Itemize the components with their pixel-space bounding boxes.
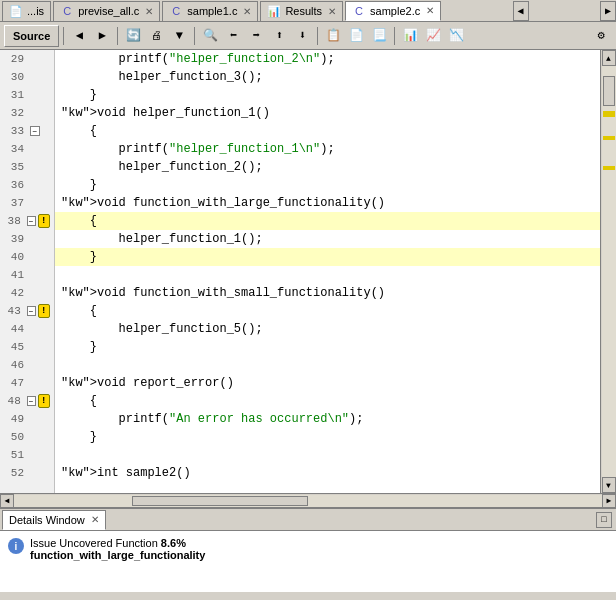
code-line: {: [55, 302, 600, 320]
toolbar-chart-btn3[interactable]: 📉: [445, 25, 467, 47]
expand-button[interactable]: −: [27, 216, 36, 226]
line-margin: 2930313233−3435363738−!3940414243−!44454…: [0, 50, 55, 493]
line-number: 45: [0, 341, 28, 353]
toolbar-arrow-left-btn[interactable]: ⬅: [222, 25, 244, 47]
toolbar-print-btn[interactable]: 🖨: [145, 25, 167, 47]
line-number: 52: [0, 467, 28, 479]
tab-ellipsis-label: ...is: [27, 5, 44, 17]
issue-details: Issue Uncovered Function 8.6% function_w…: [30, 537, 205, 561]
margin-row: 44: [0, 320, 54, 338]
margin-row: 32: [0, 104, 54, 122]
v-scroll-down[interactable]: ▼: [602, 477, 616, 493]
line-number: 38: [0, 215, 25, 227]
toolbar-view-btn1[interactable]: 📋: [322, 25, 344, 47]
issue-type-label: Issue Uncovered Function: [30, 537, 158, 549]
toolbar-dropdown-btn[interactable]: ▼: [168, 25, 190, 47]
toolbar-arrow-up-btn[interactable]: ⬆: [268, 25, 290, 47]
toolbar-separator-3: [194, 27, 195, 45]
tab-sample2[interactable]: C sample2.c ✕: [345, 1, 441, 21]
v-scrollbar: ▲ ▼: [600, 50, 616, 493]
info-icon: i: [8, 538, 24, 554]
margin-row: 35: [0, 158, 54, 176]
code-line: printf("An error has occurred\n");: [55, 410, 600, 428]
toolbar-chart-group: 📊 📈 📉: [399, 25, 467, 47]
toolbar-settings-btn[interactable]: ⚙: [590, 25, 612, 47]
toolbar: Source ◀ ▶ 🔄 🖨 ▼ 🔍 ⬅ ➡ ⬆ ⬇ 📋 📄 📃 📊 📈 📉 ⚙: [0, 22, 616, 50]
toolbar-forward-btn[interactable]: ▶: [91, 25, 113, 47]
toolbar-zoom-btn[interactable]: 🔍: [199, 25, 221, 47]
margin-row: 41: [0, 266, 54, 284]
tab-sample1-label: sample1.c: [187, 5, 237, 17]
file-icon: 📄: [9, 4, 23, 18]
details-window-tab[interactable]: Details Window ✕: [2, 510, 106, 530]
code-line: [55, 356, 600, 374]
code-line: [55, 266, 600, 284]
toolbar-nav-group: ◀ ▶: [68, 25, 113, 47]
toolbar-separator-1: [63, 27, 64, 45]
margin-row: 36: [0, 176, 54, 194]
code-line: }: [55, 176, 600, 194]
details-window-close[interactable]: ✕: [91, 514, 99, 525]
bottom-panel: Details Window ✕ □ i Issue Uncovered Fun…: [0, 507, 616, 592]
h-scroll-track[interactable]: [14, 495, 602, 507]
tab-sample1[interactable]: C sample1.c ✕: [162, 1, 258, 21]
v-scroll-track[interactable]: [602, 66, 616, 477]
code-line: helper_function_1();: [55, 230, 600, 248]
code-line: {: [55, 212, 600, 230]
code-line: helper_function_3();: [55, 68, 600, 86]
toolbar-chart-btn2[interactable]: 📈: [422, 25, 444, 47]
tab-ellipsis[interactable]: 📄 ...is: [2, 1, 51, 21]
c-file-icon-2: C: [169, 4, 183, 18]
line-number: 50: [0, 431, 28, 443]
margin-row: 43−!: [0, 302, 54, 320]
panel-content: i Issue Uncovered Function 8.6% function…: [0, 531, 616, 567]
toolbar-arrow-down-btn[interactable]: ⬇: [291, 25, 313, 47]
line-number: 30: [0, 71, 28, 83]
code-line: {: [55, 392, 600, 410]
line-number: 41: [0, 269, 28, 281]
line-number: 37: [0, 197, 28, 209]
margin-row: 50: [0, 428, 54, 446]
line-number: 40: [0, 251, 28, 263]
expand-button[interactable]: −: [30, 126, 40, 136]
source-button[interactable]: Source: [4, 25, 59, 47]
toolbar-view-btn2[interactable]: 📄: [345, 25, 367, 47]
toolbar-view-btn3[interactable]: 📃: [368, 25, 390, 47]
margin-row: 40: [0, 248, 54, 266]
tab-previse-close[interactable]: ✕: [145, 6, 153, 17]
toolbar-refresh-btn[interactable]: 🔄: [122, 25, 144, 47]
toolbar-arrow-right-btn[interactable]: ➡: [245, 25, 267, 47]
code-line: [55, 446, 600, 464]
tab-results[interactable]: 📊 Results ✕: [260, 1, 343, 21]
margin-row: 37: [0, 194, 54, 212]
v-scroll-thumb[interactable]: [603, 76, 615, 106]
issue-line-1: Issue Uncovered Function 8.6%: [30, 537, 205, 549]
warning-icon: !: [38, 214, 50, 228]
line-number: 35: [0, 161, 28, 173]
code-line: printf("helper_function_1\n");: [55, 140, 600, 158]
code-line: }: [55, 86, 600, 104]
code-area[interactable]: printf("helper_function_2\n"); helper_fu…: [55, 50, 600, 493]
tab-previse[interactable]: C previse_all.c ✕: [53, 1, 160, 21]
margin-row: 29: [0, 50, 54, 68]
tab-results-close[interactable]: ✕: [328, 6, 336, 17]
h-scroll-left[interactable]: ◀: [0, 494, 14, 508]
tab-scroll-left[interactable]: ◀: [513, 1, 529, 21]
tab-scroll-right[interactable]: ▶: [600, 1, 616, 21]
h-scroll-right[interactable]: ▶: [602, 494, 616, 508]
margin-row: 38−!: [0, 212, 54, 230]
panel-maximize-btn[interactable]: □: [596, 512, 612, 528]
expand-button[interactable]: −: [27, 306, 36, 316]
v-scroll-up[interactable]: ▲: [602, 50, 616, 66]
tab-sample1-close[interactable]: ✕: [243, 6, 251, 17]
details-window-label: Details Window: [9, 514, 85, 526]
expand-button[interactable]: −: [27, 396, 36, 406]
toolbar-back-btn[interactable]: ◀: [68, 25, 90, 47]
h-scroll-thumb[interactable]: [132, 496, 308, 506]
tab-sample2-close[interactable]: ✕: [426, 5, 434, 16]
tab-bar: 📄 ...is C previse_all.c ✕ C sample1.c ✕ …: [0, 0, 616, 22]
code-line: "kw">void function_with_small_functional…: [55, 284, 600, 302]
results-icon: 📊: [267, 4, 281, 18]
code-line: "kw">void report_error(): [55, 374, 600, 392]
toolbar-chart-btn1[interactable]: 📊: [399, 25, 421, 47]
